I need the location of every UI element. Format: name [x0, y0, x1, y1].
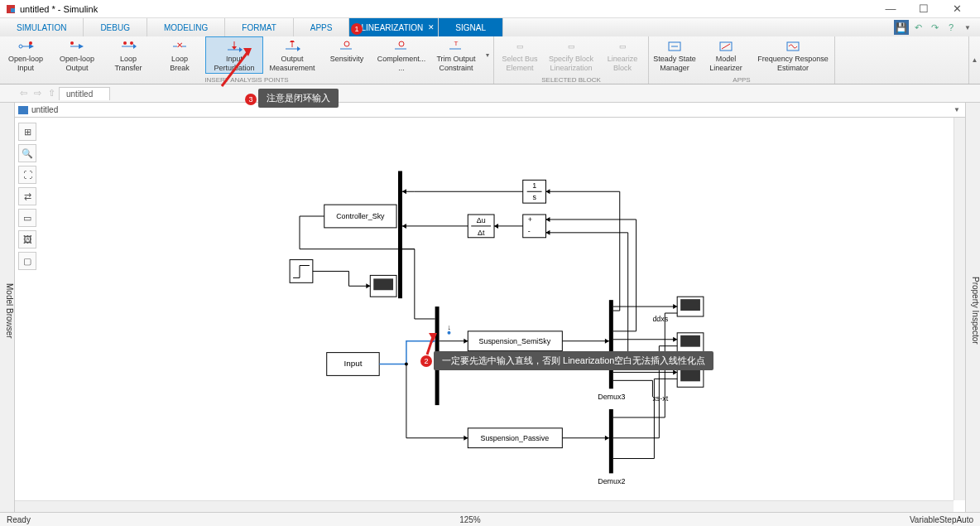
svg-text:✕: ✕ — [176, 41, 183, 50]
toolstrip-collapse-icon[interactable]: ▲ — [968, 36, 980, 84]
scrollbar-horizontal[interactable] — [15, 500, 954, 512]
palette-comment-icon[interactable]: ▭ — [18, 209, 36, 227]
model-browser-rail[interactable]: Model Browser — [0, 103, 15, 512]
canvas-title[interactable]: untitled — [31, 105, 58, 114]
svg-marker-72 — [402, 224, 406, 229]
svg-marker-69 — [402, 189, 406, 194]
tab-simulation[interactable]: SIMULATION — [0, 18, 84, 36]
nav-up-icon[interactable]: ⇧ — [48, 88, 55, 99]
status-zoom[interactable]: 125% — [426, 515, 514, 524]
svg-text:Demux3: Demux3 — [598, 393, 625, 401]
annotation-marker-1: 1 — [351, 23, 363, 35]
group-selected-block: ▭Select Bus Element ▭Specify Block Linea… — [494, 36, 649, 84]
analysis-points-dropdown[interactable]: ▾ — [482, 36, 493, 74]
simulink-icon — [7, 5, 15, 13]
svg-marker-75 — [366, 283, 370, 288]
toolstrip: Open-loop Input Open-loop Output Loop Tr… — [0, 36, 980, 84]
model-linearizer-button[interactable]: Model Linearizer — [700, 36, 752, 74]
svg-point-25 — [399, 41, 404, 46]
status-ready: Ready — [7, 515, 31, 524]
svg-text:Suspension_Passive: Suspension_Passive — [480, 434, 549, 442]
tab-apps[interactable]: APPS — [294, 18, 350, 36]
nav-forward-icon[interactable]: ⇨ — [34, 88, 41, 99]
qat-dropdown-icon[interactable]: ▼ — [960, 20, 975, 35]
tab-signal[interactable]: SIGNAL — [439, 18, 503, 36]
svg-text:Controller_Sky: Controller_Sky — [336, 212, 385, 220]
svg-marker-8 — [133, 44, 137, 49]
svg-text:Δu: Δu — [477, 216, 486, 224]
svg-point-9 — [123, 41, 127, 45]
linearize-block-button: ▭Linearize Block — [597, 36, 648, 74]
loop-break-button[interactable]: ✕Loop Break — [154, 36, 205, 74]
svg-rect-36 — [609, 409, 613, 473]
save-icon[interactable]: 💾 — [894, 20, 909, 35]
canvas-dropdown-icon[interactable]: ▼ — [949, 106, 965, 113]
nav-back-icon[interactable]: ⇦ — [20, 88, 27, 99]
svg-line-87 — [222, 51, 248, 86]
svg-marker-70 — [546, 189, 550, 194]
palette-overview-icon[interactable]: ⊞ — [18, 123, 36, 141]
tab-format[interactable]: FORMAT — [225, 18, 293, 36]
svg-line-31 — [722, 44, 730, 49]
select-bus-element-button: ▭Select Bus Element — [494, 36, 545, 74]
close-tab-icon[interactable]: ✕ — [428, 23, 435, 31]
svg-text:T: T — [454, 41, 459, 47]
maximize-button[interactable]: ☐ — [907, 0, 940, 18]
loop-transfer-button[interactable]: Loop Transfer — [103, 36, 154, 74]
open-loop-output-button[interactable]: Open-loop Output — [51, 36, 103, 74]
status-solver[interactable]: VariableStepAuto — [910, 515, 973, 524]
group-apps: Steady State Manager Model Linearizer Fr… — [649, 36, 835, 84]
svg-text:ddxs: ddxs — [652, 315, 668, 323]
group-label-apps: APPS — [649, 76, 834, 84]
svg-rect-33 — [398, 171, 402, 298]
svg-marker-71 — [494, 224, 498, 229]
freq-response-estimator-button[interactable]: Frequency Response Estimator — [752, 36, 834, 74]
palette-arrows-icon[interactable]: ⇄ — [18, 187, 36, 205]
breadcrumb-tab[interactable]: untitled — [59, 87, 110, 100]
svg-text:Suspension_SemiSky: Suspension_SemiSky — [478, 337, 550, 345]
palette-zoom-icon[interactable]: 🔍 — [18, 144, 36, 162]
svg-marker-5 — [79, 44, 84, 49]
undo-icon[interactable]: ↶ — [910, 20, 925, 35]
svg-text:Demux2: Demux2 — [598, 477, 625, 485]
content-area: Model Browser untitled ▼ ⊞ 🔍 ⛶ ⇄ ▭ 🖼 ▢ ▣… — [0, 103, 980, 512]
canvas-body[interactable]: ⊞ 🔍 ⛶ ⇄ ▭ 🖼 ▢ ▣ ⓘ ≪ — [15, 118, 965, 512]
main-tabs: SIMULATION DEBUG MODELING FORMAT APPS LI… — [0, 18, 980, 36]
svg-marker-73 — [546, 217, 550, 222]
scrollbar-vertical[interactable] — [954, 118, 965, 500]
diagram-canvas[interactable]: Controller_Sky 1 s Δu Δt + - — [40, 118, 954, 512]
svg-text:xs-xt: xs-xt — [652, 394, 668, 403]
palette-image-icon[interactable]: 🖼 — [18, 230, 36, 249]
tab-modeling[interactable]: MODELING — [147, 18, 225, 36]
tab-debug[interactable]: DEBUG — [84, 18, 147, 36]
close-button[interactable]: ✕ — [940, 0, 973, 18]
svg-point-80 — [405, 363, 408, 366]
property-inspector-rail[interactable]: Property Inspector — [965, 103, 980, 512]
svg-text:1: 1 — [532, 181, 536, 190]
svg-text:s: s — [532, 193, 536, 201]
output-measurement-button[interactable]: Output Measurement — [263, 36, 321, 74]
minimize-button[interactable]: — — [874, 0, 907, 18]
open-loop-input-button[interactable]: Open-loop Input — [0, 36, 51, 74]
steady-state-manager-button[interactable]: Steady State Manager — [649, 36, 700, 74]
trim-output-constraint-button[interactable]: TTrim Output Constraint — [430, 36, 482, 74]
svg-rect-64 — [680, 369, 700, 381]
svg-point-23 — [344, 41, 349, 46]
help-icon[interactable]: ? — [944, 20, 958, 35]
svg-marker-21 — [290, 41, 295, 42]
palette-fit-icon[interactable]: ⛶ — [18, 166, 36, 184]
tab-linearization[interactable]: LINEARIZATION✕ — [349, 18, 439, 36]
svg-point-3 — [29, 41, 32, 45]
sensitivity-button[interactable]: Sensitivity — [321, 36, 372, 74]
svg-point-6 — [70, 41, 74, 45]
palette-box-icon[interactable]: ▢ — [18, 252, 36, 270]
svg-text:Input: Input — [343, 359, 362, 368]
svg-rect-62 — [680, 335, 700, 347]
complement-button[interactable]: Complement... ... — [372, 36, 430, 74]
canvas-title-bar: untitled ▼ — [15, 103, 965, 118]
redo-icon[interactable]: ↷ — [927, 20, 942, 35]
svg-marker-82 — [605, 339, 609, 344]
svg-rect-47 — [523, 215, 546, 238]
model-icon — [18, 106, 28, 114]
canvas-palette: ⊞ 🔍 ⛶ ⇄ ▭ 🖼 ▢ ▣ ⓘ ≪ — [18, 123, 36, 526]
